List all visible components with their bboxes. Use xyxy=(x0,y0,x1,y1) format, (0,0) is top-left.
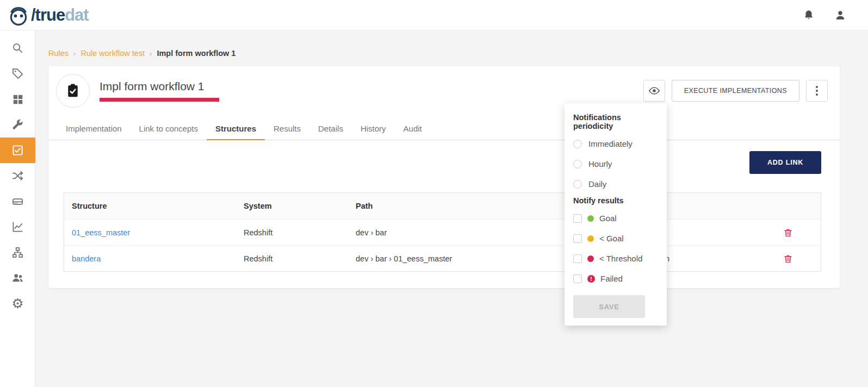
page-title: Impl form workflow 1 xyxy=(100,80,219,93)
sidebar-item-dashboard[interactable] xyxy=(0,86,35,112)
search-icon xyxy=(11,42,24,54)
checkbox-label: < Threshold xyxy=(599,254,642,263)
bell-icon xyxy=(803,9,815,21)
sidebar-item-tags[interactable] xyxy=(0,61,35,86)
path-cell: dev › bar xyxy=(356,228,559,237)
shuffle-icon xyxy=(11,170,24,182)
sidebar-item-analytics[interactable] xyxy=(0,214,35,240)
line-chart-icon xyxy=(11,221,24,233)
add-link-button[interactable]: ADD LINK xyxy=(749,151,821,174)
logo-text-true: /true xyxy=(31,5,65,24)
owl-logo-icon xyxy=(8,4,29,27)
delete-link-button[interactable] xyxy=(782,253,794,265)
tab-history[interactable]: History xyxy=(352,118,395,140)
sidebar-item-hierarchy[interactable] xyxy=(0,240,35,265)
tab-details[interactable]: Details xyxy=(309,118,352,140)
header-path: Path xyxy=(356,202,559,210)
sidebar-item-users[interactable] xyxy=(0,265,35,291)
eye-icon xyxy=(648,85,660,97)
sidebar-item-search[interactable] xyxy=(0,35,35,61)
system-cell: Redshift xyxy=(244,254,356,263)
breadcrumb-rules[interactable]: Rules xyxy=(48,49,69,58)
gear-icon: ⚙ xyxy=(11,297,23,310)
hard-drive-icon xyxy=(11,195,24,208)
radio-immediately[interactable]: Immediately xyxy=(573,134,658,154)
notify-results-title: Notify results xyxy=(573,196,658,205)
sitemap-icon xyxy=(11,246,24,259)
tag-icon xyxy=(11,67,24,80)
users-icon xyxy=(11,272,24,284)
breadcrumb-separator: › xyxy=(150,49,152,58)
breadcrumb-current: Impl form workflow 1 xyxy=(157,49,235,58)
breadcrumb-rule-workflow-test[interactable]: Rule workflow test xyxy=(80,49,145,58)
notifications-popup: Notifications periodicity Immediately Ho… xyxy=(565,103,667,326)
periodicity-title: Notifications periodicity xyxy=(573,113,658,130)
table-header-row: Structure System Path xyxy=(64,193,821,219)
save-button[interactable]: SAVE xyxy=(573,295,645,318)
sidebar-item-settings[interactable]: ⚙ xyxy=(0,291,35,316)
wrench-icon xyxy=(11,118,24,131)
radio-icon xyxy=(573,160,582,168)
clipboard-check-icon xyxy=(65,83,81,99)
preview-button[interactable] xyxy=(643,80,665,102)
sidebar: ⚙ xyxy=(0,30,35,387)
main-content: Rules › Rule workflow test › Impl form w… xyxy=(35,30,868,288)
checkbox-icon xyxy=(573,234,582,243)
checkbox-below-goal[interactable]: < Goal xyxy=(573,228,658,248)
checkbox-icon xyxy=(573,274,582,283)
checkbox-label: < Goal xyxy=(599,234,624,243)
execute-implementations-button[interactable]: EXECUTE IMPLEMENTATIONS xyxy=(672,80,799,102)
tab-implementation[interactable]: Implementation xyxy=(57,118,131,140)
header-structure: Structure xyxy=(64,202,244,210)
breadcrumb: Rules › Rule workflow test › Impl form w… xyxy=(48,49,840,58)
radio-hourly[interactable]: Hourly xyxy=(573,154,658,174)
red-dot-icon xyxy=(587,255,594,262)
sidebar-item-tools[interactable] xyxy=(0,112,35,138)
structure-link[interactable]: 01_eess_master xyxy=(72,228,130,237)
tab-results[interactable]: Results xyxy=(265,118,309,140)
path-cell: dev › bar › 01_eess_master xyxy=(356,254,559,263)
table-row: bandera Redshift dev › bar › 01_eess_mas… xyxy=(64,245,821,271)
sidebar-item-storage[interactable] xyxy=(0,189,35,214)
checkbox-label: Goal xyxy=(599,214,617,223)
checkbox-failed[interactable]: Failed xyxy=(573,269,658,289)
checkbox-icon xyxy=(573,254,582,263)
structures-table: Structure System Path 01_eess_master Red… xyxy=(64,192,821,272)
truedat-logo[interactable]: /truedat xyxy=(8,4,89,27)
sidebar-item-quality-checks[interactable] xyxy=(0,138,35,163)
radio-icon xyxy=(573,140,582,148)
notifications-bell-button[interactable] xyxy=(803,9,815,21)
title-accent-bar xyxy=(100,98,219,102)
sidebar-item-lineage[interactable] xyxy=(0,163,35,189)
tab-structures[interactable]: Structures xyxy=(207,118,265,140)
yellow-dot-icon xyxy=(587,235,594,242)
implementation-card: Impl form workflow 1 EXECUTE IMPLEMENTAT… xyxy=(48,66,840,288)
implementation-avatar xyxy=(56,74,90,108)
delete-link-button[interactable] xyxy=(782,227,794,239)
header-system: System xyxy=(244,202,356,210)
grid-icon xyxy=(12,93,24,105)
radio-icon xyxy=(573,180,582,189)
radio-label: Daily xyxy=(588,179,606,189)
radio-daily[interactable]: Daily xyxy=(573,174,658,194)
radio-label: Immediately xyxy=(588,139,633,148)
system-cell: Redshift xyxy=(244,228,356,237)
checkbox-goal[interactable]: Goal xyxy=(573,208,658,228)
trash-icon xyxy=(783,254,793,264)
structure-link[interactable]: bandera xyxy=(72,254,101,263)
user-menu-button[interactable] xyxy=(834,9,846,21)
checkbox-below-threshold[interactable]: < Threshold xyxy=(573,248,658,269)
tab-bar: Implementation Link to concepts Structur… xyxy=(48,118,840,140)
breadcrumb-separator: › xyxy=(73,49,76,58)
more-options-button[interactable] xyxy=(806,80,828,102)
checkbox-icon xyxy=(573,214,582,223)
exclamation-circle-icon xyxy=(587,275,595,283)
checkbox-label: Failed xyxy=(600,274,623,283)
logo-text-dat: dat xyxy=(65,5,89,24)
trash-icon xyxy=(783,228,793,238)
top-bar: /truedat xyxy=(0,0,868,30)
kebab-menu-icon xyxy=(816,85,818,97)
tab-audit[interactable]: Audit xyxy=(395,118,431,140)
tab-link-to-concepts[interactable]: Link to concepts xyxy=(131,118,207,140)
radio-label: Hourly xyxy=(588,159,612,168)
